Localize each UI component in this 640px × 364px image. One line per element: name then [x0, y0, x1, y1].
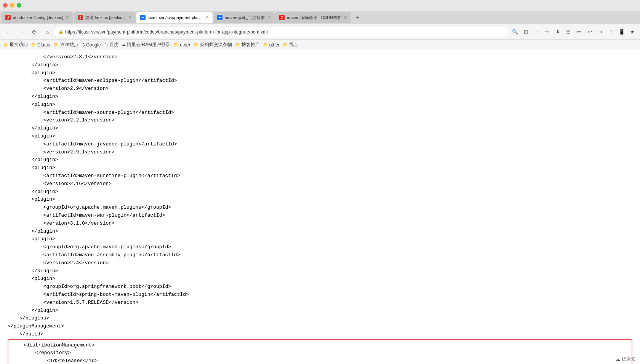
- xml-highlighted-line: <distributionManagement>: [11, 342, 629, 350]
- tab-close-icon[interactable]: ✕: [66, 15, 69, 20]
- xml-line: </plugin>: [8, 267, 632, 275]
- lock-icon: 🔒: [58, 29, 64, 34]
- xml-line: </plugin>: [8, 61, 632, 69]
- xml-line: <plugin>: [8, 133, 632, 140]
- xml-line: <artifactId>spring-boot-maven-plugin</ar…: [8, 291, 632, 299]
- xml-line: <plugin>: [8, 164, 632, 172]
- xml-line: <artifactId>maven-eclipse-plugin</artifa…: [8, 77, 632, 85]
- tab-close-icon[interactable]: ✕: [205, 15, 209, 20]
- bookmark-icon-8: 📁: [235, 42, 240, 47]
- tab-favicon: J: [78, 15, 83, 20]
- search-icon[interactable]: 🔍: [510, 27, 520, 37]
- tab-tab2[interactable]: J管理Jenkins [Jenkins]✕: [74, 12, 136, 23]
- xml-highlighted-line: <id>releases</id>: [11, 357, 629, 364]
- tab-close-icon[interactable]: ✕: [344, 15, 347, 20]
- xml-line: <groupId>org.springframework.boot</group…: [8, 283, 632, 291]
- bookmark-icon-6: 📁: [173, 42, 179, 47]
- tab-label: maven编译_百度搜索: [225, 15, 265, 21]
- xml-line: <version>3.1.0</version>: [8, 220, 632, 228]
- bookmarksbar: ⭐最常访问📁Clutter📁Yum站点GGoogle百百度☁阿里云-RAM用户登…: [0, 40, 640, 50]
- bookmark-icon-0: ⭐: [3, 42, 8, 47]
- refresh-button[interactable]: ⟳: [29, 27, 40, 37]
- list-icon[interactable]: ☰: [564, 27, 573, 37]
- tab-tab4[interactable]: ●maven编译_百度搜索✕: [213, 12, 275, 23]
- xml-line: </pluginManagement>: [8, 322, 632, 330]
- bookmark-item-1[interactable]: 📁Clutter: [31, 42, 51, 48]
- bookmark-label-3: Google: [86, 42, 101, 48]
- sidebar-icon[interactable]: ▭: [574, 27, 584, 37]
- bookmark-icon-3: G: [82, 43, 85, 47]
- toolbar-right: 🔍 ⊞ ⋯ ☆ ⬇ ☰ ▭ ↩ ↪ ⋮ 📱 ★: [510, 27, 637, 37]
- traffic-lights: [3, 3, 21, 8]
- back-button[interactable]: ←: [3, 27, 14, 37]
- bookmark-icon-9: 📁: [263, 42, 268, 47]
- bookmark-item-0[interactable]: ⭐最常访问: [3, 42, 28, 48]
- xml-line: </build>: [8, 330, 632, 338]
- mobile-icon[interactable]: 📱: [617, 27, 626, 37]
- bookmark-label-1: Clutter: [37, 42, 51, 48]
- xml-line: <artifactId>maven-surefire-plugin</artif…: [8, 172, 632, 180]
- cloud-icon: ☁: [616, 357, 620, 362]
- bookmark-label-2: Yum站点: [60, 42, 78, 48]
- forward2-icon[interactable]: ↪: [596, 27, 605, 37]
- xml-line: <plugin>: [8, 101, 632, 109]
- new-tab-button[interactable]: +: [352, 12, 363, 23]
- address-box[interactable]: 🔒 https://itcast-svn/svn/payment-platfor…: [55, 27, 508, 37]
- xml-line: <plugin>: [8, 235, 632, 243]
- bookmark-item-9[interactable]: 📁other: [263, 42, 280, 48]
- close-button[interactable]: [3, 3, 8, 8]
- tab-tab3[interactable]: ●itcast-svn/svn/payment-platform/c...✕: [136, 12, 213, 23]
- home-button[interactable]: ⌂: [42, 27, 53, 37]
- star-icon[interactable]: ☆: [542, 27, 552, 37]
- xml-line: </plugin>: [8, 93, 632, 101]
- xml-line: <artifactId>maven-javadoc-plugin</artifa…: [8, 140, 632, 148]
- bookmark-label-8: 博客推广: [242, 42, 260, 48]
- bottom-label: 亿运云: [622, 356, 635, 362]
- tab-favicon: J: [5, 15, 11, 20]
- bookmark-icon-10: 📁: [283, 42, 288, 47]
- bookmark-icon-1: 📁: [31, 42, 36, 47]
- xml-line: </plugin>: [8, 188, 632, 196]
- bookmark-label-9: other: [269, 42, 280, 48]
- grid-icon[interactable]: ⊞: [521, 27, 530, 37]
- xml-line: <artifactId>maven-assembly-plugin</artif…: [8, 251, 632, 259]
- distribution-management-block: <distributionManagement> <repository> <i…: [8, 339, 632, 364]
- tab-favicon: ●: [140, 15, 146, 20]
- tab-label: abcdocker Config [Jenkins]: [13, 15, 63, 20]
- download-icon[interactable]: ⬇: [553, 27, 562, 37]
- minimize-button[interactable]: [10, 3, 14, 8]
- address-text: https://itcast-svn/svn/payment-platform/…: [65, 29, 505, 35]
- tab-close-icon[interactable]: ✕: [267, 15, 271, 20]
- bookmark-label-10: 线上: [289, 42, 298, 48]
- forward-button[interactable]: →: [16, 27, 27, 37]
- tab-tab1[interactable]: Jabcdocker Config [Jenkins]✕: [2, 12, 73, 23]
- bookmark-icon-7: 📁: [194, 42, 199, 47]
- bookmark-item-10[interactable]: 📁线上: [283, 42, 298, 48]
- xml-line: <plugin>: [8, 275, 632, 283]
- tab-tab5[interactable]: Cmaven 编译命令 - CSDN博客✕: [275, 12, 351, 23]
- xml-line: <version>2.2.1</version>: [8, 117, 632, 125]
- xml-line: </plugins>: [8, 315, 632, 322]
- bookmark-icon-4: 百: [104, 42, 108, 48]
- bookmark-label-6: other: [180, 42, 190, 48]
- bookmark-item-4[interactable]: 百百度: [104, 42, 118, 48]
- xml-line: <version>2.9</version>: [8, 85, 632, 93]
- bookmark-item-8[interactable]: 📁博客推广: [235, 42, 260, 48]
- bookmark-item-3[interactable]: GGoogle: [82, 42, 101, 48]
- back2-icon[interactable]: ↩: [585, 27, 594, 37]
- bookmark-item-6[interactable]: 📁other: [173, 42, 190, 48]
- tab-close-icon[interactable]: ✕: [128, 15, 132, 20]
- tab-label: 管理Jenkins [Jenkins]: [85, 15, 126, 21]
- maximize-button[interactable]: [17, 3, 21, 8]
- main-content[interactable]: </version>2.8.1</version> </plugin> <plu…: [0, 50, 640, 364]
- xml-line: <version>2.16</version>: [8, 180, 632, 188]
- bookmark-star-icon[interactable]: ★: [628, 27, 637, 37]
- xml-line: </plugin>: [8, 156, 632, 164]
- xml-line: <version>2.4</version>: [8, 259, 632, 267]
- bookmark-item-5[interactable]: ☁阿里云-RAM用户登录: [122, 42, 171, 48]
- xml-line: </plugin>: [8, 228, 632, 236]
- bookmark-item-7[interactable]: 📁架构师交流杂物: [194, 42, 232, 48]
- menu-icon[interactable]: ⋯: [532, 27, 541, 37]
- more-icon[interactable]: ⋮: [606, 27, 616, 37]
- bookmark-item-2[interactable]: 📁Yum站点: [54, 42, 78, 48]
